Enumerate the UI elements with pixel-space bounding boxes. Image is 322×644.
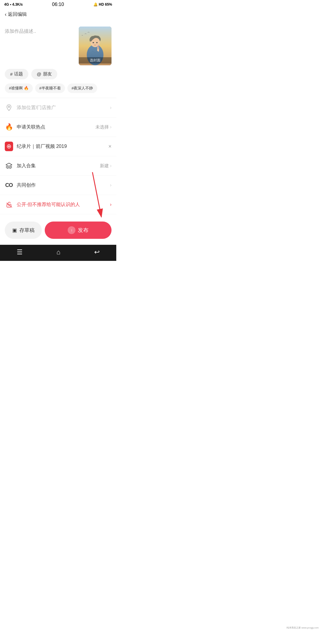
back-label: 返回编辑: [8, 11, 27, 18]
cocreate-chevron-icon: ›: [110, 182, 112, 188]
nav-bar: ☰ ⌂ ↩: [0, 245, 116, 261]
collection-label: 加入合集: [17, 163, 100, 169]
fire-icon: 🔥: [5, 123, 13, 131]
channel-close-icon[interactable]: ×: [108, 143, 112, 150]
svg-rect-6: [97, 47, 99, 47]
hotspot-label: 申请关联热点: [17, 124, 95, 130]
description-row: 添加作品描述..: [0, 22, 116, 69]
status-bar: 4G ▪ 4.3K/s 06:10 🔔 HD 65%: [0, 0, 116, 8]
svg-point-3: [93, 42, 94, 43]
draft-label: 存草稿: [19, 227, 35, 234]
lock-icon: [5, 200, 13, 209]
location-item[interactable]: 添加位置/门店推广 ›: [0, 98, 116, 117]
hashtag-chips-row: #谁懂啊 🔥 #半夜睡不着 #夜深人不静: [0, 83, 116, 98]
cover-thumbnail[interactable]: 选封面: [79, 27, 112, 65]
nav-home-icon[interactable]: ⌂: [56, 248, 60, 256]
draft-icon: ▣: [12, 227, 17, 233]
privacy-label: 公开·但不推荐给可能认识的人: [17, 202, 110, 208]
co-text-icon: CO: [5, 182, 13, 188]
location-chevron-icon: ›: [110, 105, 112, 110]
cocreate-label: 共同创作: [17, 182, 110, 188]
hashtag-icon: #: [10, 72, 13, 77]
hashtag-button[interactable]: # 话题: [5, 69, 28, 79]
status-left: 4G ▪ 4.3K/s: [4, 2, 23, 7]
status-time: 06:10: [52, 2, 64, 7]
page-wrapper: 4G ▪ 4.3K/s 06:10 🔔 HD 65% ‹ 返回编辑 添加作品描述…: [0, 0, 116, 261]
mention-button[interactable]: @ 朋友: [31, 69, 57, 79]
cocreate-item[interactable]: CO 共同创作 ›: [0, 176, 116, 195]
privacy-item[interactable]: 公开·但不推荐给可能认识的人 ›: [0, 195, 116, 214]
hashtag-chip-1[interactable]: #半夜睡不着: [35, 83, 65, 93]
location-label: 添加位置/门店推广: [17, 105, 110, 111]
privacy-chevron-icon: ›: [110, 202, 112, 207]
layers-icon: [5, 162, 13, 170]
cover-label[interactable]: 选封面: [79, 57, 112, 64]
svg-point-4: [96, 42, 98, 43]
co-icon: CO: [5, 181, 13, 189]
publish-icon: ↑: [68, 226, 75, 234]
nav-menu-icon[interactable]: ☰: [17, 248, 23, 256]
back-button[interactable]: ‹ 返回编辑: [5, 11, 27, 18]
hashtag-chip-0[interactable]: #谁懂啊 🔥: [5, 83, 33, 93]
location-icon: [5, 103, 13, 112]
back-arrow-icon: ‹: [5, 11, 7, 18]
hashtag-chip-2[interactable]: #夜深人不静: [67, 83, 97, 93]
tag-buttons-row: # 话题 @ 朋友: [0, 69, 116, 83]
collection-chevron-icon: ›: [110, 163, 112, 168]
header: ‹ 返回编辑: [0, 8, 116, 22]
description-input[interactable]: 添加作品描述..: [5, 27, 79, 35]
hotspot-chevron-icon: ›: [110, 124, 112, 130]
mention-icon: @: [37, 72, 41, 77]
svg-point-9: [8, 106, 10, 108]
svg-point-11: [8, 146, 10, 147]
nav-back-icon[interactable]: ↩: [94, 248, 100, 256]
hotspot-item[interactable]: 🔥 申请关联热点 未选择 ›: [0, 117, 116, 137]
status-right: 🔔 HD 65%: [93, 2, 112, 7]
svg-rect-8: [97, 49, 99, 49]
bottom-bar: ▣ 存草稿 ↑ 发布: [0, 217, 116, 245]
hotspot-value: 未选择: [95, 124, 109, 130]
channel-label: 纪录片｜箭厂视频 2019: [17, 143, 108, 150]
mention-label: 朋友: [43, 71, 52, 77]
channel-item[interactable]: 纪录片｜箭厂视频 2019 ×: [0, 137, 116, 156]
red-square-icon: [5, 142, 13, 151]
channel-icon: [5, 142, 13, 151]
publish-button[interactable]: ↑ 发布: [45, 222, 112, 239]
collection-item[interactable]: 加入合集 新建 ›: [0, 156, 116, 176]
draft-button[interactable]: ▣ 存草稿: [5, 222, 42, 239]
publish-label: 发布: [78, 227, 89, 234]
collection-value: 新建: [100, 163, 109, 169]
hashtag-label: 话题: [14, 71, 23, 77]
